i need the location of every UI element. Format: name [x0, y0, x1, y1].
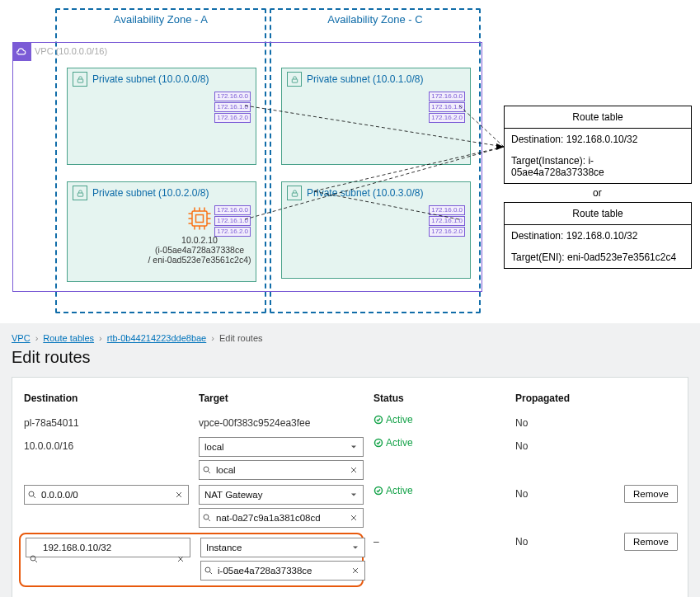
search-icon — [204, 566, 214, 576]
lock-icon — [287, 72, 302, 87]
rtb-chips: 172.16.0.0 172.16.1.0 172.16.2.0 — [429, 205, 465, 237]
svg-rect-3 — [192, 211, 207, 226]
ec2-instance: 10.0.2.10 (i-05ae4a728a37338ce / eni-0ad… — [134, 204, 265, 265]
prop-value: No — [515, 485, 614, 503]
col-target: Target — [199, 393, 364, 409]
col-propagated: Propagated — [515, 393, 614, 409]
subnet-c2: Private subnet (10.0.3.0/8) 172.16.0.0 1… — [281, 181, 471, 279]
route-table-target: Target(Instance): i-05ae4a728a37338ce — [505, 150, 691, 183]
svg-point-13 — [31, 556, 35, 561]
highlighted-route-row — [19, 533, 364, 587]
subnet-c1-label: Private subnet (10.0.1.0/8) — [307, 73, 423, 85]
instance-ip: 10.0.2.10 — [134, 235, 265, 245]
routes-grid: Destination Target Status Propagated pl-… — [24, 393, 676, 587]
svg-rect-0 — [78, 79, 82, 82]
close-icon[interactable] — [176, 554, 186, 564]
target-search[interactable] — [199, 460, 364, 480]
chevron-down-icon — [349, 490, 359, 500]
az-c-label: Availability Zone - C — [271, 10, 479, 26]
subnet-c1: Private subnet (10.0.1.0/8) 172.16.0.0 1… — [281, 68, 471, 165]
target-select[interactable] — [200, 538, 365, 557]
search-icon — [202, 513, 212, 523]
subnet-a2: Private subnet (10.0.2.0/8) 172.16.0.0 1… — [67, 181, 256, 282]
architecture-diagram: Availability Zone - A Availability Zone … — [0, 0, 700, 313]
dest-static: pl-78a54011 — [24, 414, 189, 432]
page-title: Edit routes — [12, 348, 688, 367]
target-search[interactable] — [200, 561, 365, 581]
vpc-container: VPC (10.0.0.0/16) Private subnet (10.0.0… — [12, 42, 482, 292]
crumb-vpc[interactable]: VPC — [12, 333, 31, 343]
close-icon[interactable] — [349, 513, 359, 523]
target-static: vpce-00f383c9524ea3fee — [199, 414, 364, 432]
route-table-dest: Destination: 192.168.0.10/32 — [505, 225, 691, 247]
route-table-title: Route table — [505, 106, 691, 129]
cpu-icon — [185, 204, 214, 233]
remove-button[interactable]: Remove — [624, 485, 678, 503]
svg-point-8 — [204, 467, 209, 472]
svg-rect-2 — [78, 193, 82, 196]
target-search[interactable] — [199, 508, 364, 528]
status-dash: – — [373, 533, 505, 551]
status-badge: Active — [373, 437, 505, 449]
crumb-route-tables[interactable]: Route tables — [43, 333, 94, 343]
az-a-label: Availability Zone - A — [57, 10, 265, 26]
close-icon[interactable] — [174, 490, 184, 500]
svg-point-11 — [204, 515, 209, 519]
close-icon[interactable] — [349, 465, 359, 475]
route-table-title: Route table — [505, 203, 691, 225]
svg-point-10 — [29, 491, 34, 496]
dest-search[interactable] — [26, 538, 190, 557]
prop-value: No — [515, 437, 614, 455]
subnet-a1-label: Private subnet (10.0.0.0/8) — [92, 73, 209, 85]
search-icon — [29, 554, 39, 564]
check-circle-icon — [373, 438, 383, 448]
route-table-box-1: Route table Destination: 192.168.0.10/32… — [504, 106, 692, 184]
lock-icon — [73, 72, 87, 87]
search-icon — [202, 465, 212, 475]
breadcrumb: VPC Route tables rtb-0b44214223dde8bae E… — [12, 333, 688, 343]
prop-value: No — [515, 414, 614, 432]
chevron-down-icon — [350, 543, 360, 552]
status-badge: Active — [373, 414, 505, 425]
route-table-target: Target(ENI): eni-0ad523e7e3561c2c4 — [505, 247, 691, 268]
subnet-a2-label: Private subnet (10.0.2.0/8) — [92, 187, 209, 199]
svg-rect-1 — [292, 79, 297, 82]
dest-search[interactable] — [24, 485, 189, 505]
col-status: Status — [373, 393, 505, 409]
prop-value: No — [515, 533, 614, 551]
subnet-c2-label: Private subnet (10.0.3.0/8) — [307, 187, 423, 199]
svg-marker-6 — [496, 143, 504, 150]
dest-static: 10.0.0.0/16 — [24, 437, 189, 455]
edit-routes-panel: Destination Target Status Propagated pl-… — [12, 377, 688, 597]
rtb-chips: 172.16.0.0 172.16.1.0 172.16.2.0 — [429, 92, 465, 123]
svg-rect-5 — [292, 193, 297, 196]
chevron-down-icon — [349, 442, 359, 452]
svg-rect-4 — [196, 215, 204, 223]
crumb-current: Edit routes — [219, 333, 263, 343]
route-table-box-2: Route table Destination: 192.168.0.10/32… — [504, 202, 692, 269]
col-destination: Destination — [24, 393, 189, 409]
svg-point-14 — [205, 567, 210, 572]
check-circle-icon — [373, 486, 383, 496]
instance-id: (i-05ae4a728a37338ce — [134, 245, 265, 255]
subnet-a1: Private subnet (10.0.0.0/8) 172.16.0.0 1… — [67, 68, 256, 165]
search-icon — [27, 490, 37, 500]
close-icon[interactable] — [350, 566, 360, 576]
or-label: or — [593, 187, 602, 199]
lock-icon — [73, 186, 87, 200]
lock-icon — [287, 186, 302, 200]
remove-button[interactable]: Remove — [624, 533, 678, 551]
rtb-chips: 172.16.0.0 172.16.1.0 172.16.2.0 — [214, 92, 251, 123]
route-table-dest: Destination: 192.168.0.10/32 — [505, 129, 691, 150]
target-select[interactable] — [199, 437, 364, 457]
check-circle-icon — [373, 415, 383, 425]
status-badge: Active — [373, 485, 505, 496]
crumb-rtb-id[interactable]: rtb-0b44214223dde8bae — [107, 333, 207, 343]
vpc-icon — [13, 43, 31, 61]
vpc-label: VPC (10.0.0.0/16) — [35, 46, 107, 56]
aws-console-panel: VPC Route tables rtb-0b44214223dde8bae E… — [0, 323, 700, 597]
instance-eni: / eni-0ad523e7e3561c2c4) — [134, 255, 265, 265]
target-select[interactable] — [199, 485, 364, 505]
